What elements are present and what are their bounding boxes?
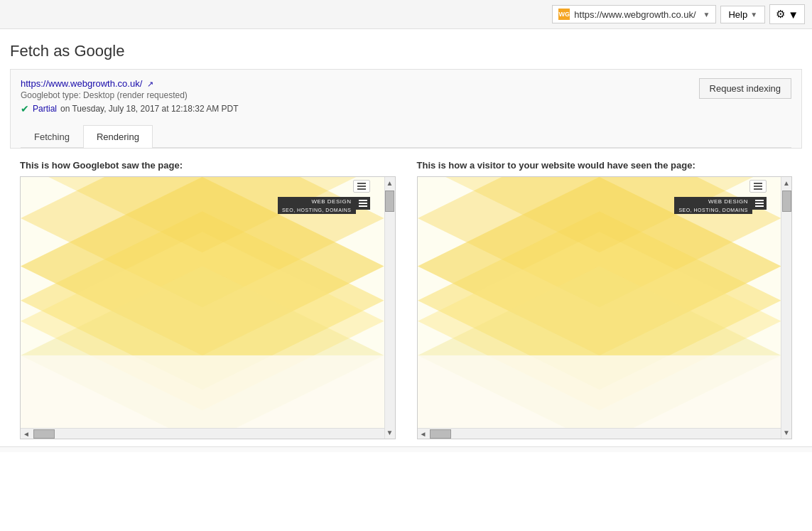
top-bar: WG https://www.webgrowth.co.uk/ ▼ Help ▼… [0,0,812,29]
visitor-pattern-svg [418,177,781,431]
main-content: https://www.webgrowth.co.uk/ ↗ Googlebot… [0,69,812,439]
googlebot-pattern-svg [21,177,384,431]
status-check-icon: ✔ [21,103,29,114]
visitor-scroll-h-thumb[interactable] [430,429,451,439]
visitor-scrollbar-v[interactable]: ▲ ▼ [781,177,791,439]
visitor-scroll-left-arrow[interactable]: ◄ [418,430,429,438]
googlebot-nav-item-1: WEB DESIGN [278,197,356,206]
visitor-scrollbar-h[interactable]: ◄ [418,428,781,439]
googlebot-render-frame: WEB DESIGN SEO, HOSTING, DOMAINS [20,176,396,439]
scroll-thumb[interactable] [385,191,394,212]
tab-rendering[interactable]: Rendering [83,125,153,148]
visitor-scroll-down-arrow[interactable]: ▼ [783,427,790,439]
googlebot-type: Googlebot type: Desktop (render requeste… [21,90,239,100]
help-button[interactable]: Help ▼ [720,6,765,23]
scroll-up-arrow[interactable]: ▲ [386,177,394,189]
page-title: Fetch as Google [0,29,812,69]
svg-rect-8 [21,355,384,431]
visitor-preview-content: WEB DESIGN SEO, HOSTING, DOMAINS [418,177,781,439]
gear-chevron-icon: ▼ [788,9,799,21]
external-link-icon: ↗ [147,80,153,88]
help-label: Help [728,9,747,20]
visitor-render-frame: WEB DESIGN SEO, HOSTING, DOMAINS [417,176,793,439]
gear-icon: ⚙ [776,8,785,21]
visitor-hamburger-icon [752,197,767,210]
svg-rect-17 [418,355,781,431]
help-chevron-icon: ▼ [750,11,757,18]
visitor-menu-lines-icon [754,183,762,190]
scroll-left-arrow[interactable]: ◄ [21,430,32,438]
url-line: https://www.webgrowth.co.uk/ ↗ [21,78,239,89]
googlebot-nav-overlay: WEB DESIGN SEO, HOSTING, DOMAINS [278,197,356,214]
visitor-render-block: This is how a visitor to your website wo… [417,160,793,439]
status-date: on Tuesday, July 18, 2017 at 12:18:32 AM… [60,104,239,114]
renders-row: This is how Googlebot saw the page: [20,160,792,439]
selected-url: https://www.webgrowth.co.uk/ [574,9,695,20]
googlebot-render-block: This is how Googlebot saw the page: [20,160,396,439]
googlebot-scrollbar-v[interactable]: ▲ ▼ [384,177,395,439]
visitor-render-label: This is how a visitor to your website wo… [417,160,793,171]
status-line: ✔ Partial on Tuesday, July 18, 2017 at 1… [21,103,239,114]
page-url-link[interactable]: https://www.webgrowth.co.uk/ [21,78,142,89]
visitor-nav-item-2: SEO, HOSTING, DOMAINS [674,206,752,214]
visitor-scroll-thumb[interactable] [782,191,791,212]
googlebot-render-label: This is how Googlebot saw the page: [20,160,396,171]
visitor-scroll-up-arrow[interactable]: ▲ [783,177,790,189]
visitor-toolbar-icon [749,180,767,193]
googlebot-nav-item-2: SEO, HOSTING, DOMAINS [278,206,356,214]
settings-button[interactable]: ⚙ ▼ [769,4,805,24]
partial-link[interactable]: Partial [33,104,57,114]
info-card-left: https://www.webgrowth.co.uk/ ↗ Googlebot… [21,78,239,122]
url-selector[interactable]: WG https://www.webgrowth.co.uk/ ▼ [552,5,716,23]
googlebot-hamburger-icon [356,197,370,210]
visitor-nav-item-1: WEB DESIGN [674,197,752,206]
tab-fetching[interactable]: Fetching [21,125,83,148]
scroll-h-thumb[interactable] [33,429,55,439]
visitor-nav-overlay: WEB DESIGN SEO, HOSTING, DOMAINS [674,197,752,214]
renders-section: This is how Googlebot saw the page: [10,149,802,439]
request-indexing-button[interactable]: Request indexing [699,78,791,99]
url-dropdown-chevron: ▼ [703,11,710,18]
scroll-down-arrow[interactable]: ▼ [386,427,394,439]
googlebot-preview-content: WEB DESIGN SEO, HOSTING, DOMAINS [21,177,384,439]
info-card-header: https://www.webgrowth.co.uk/ ↗ Googlebot… [21,78,791,122]
info-card: https://www.webgrowth.co.uk/ ↗ Googlebot… [10,69,802,149]
googlebot-scrollbar-h[interactable]: ◄ [21,428,384,439]
googlebot-toolbar-icon [353,180,370,193]
bottom-bar [0,446,812,452]
site-favicon: WG [558,9,570,20]
googlebot-menu-lines-icon [357,183,366,190]
tabs-container: Fetching Rendering [21,124,791,148]
